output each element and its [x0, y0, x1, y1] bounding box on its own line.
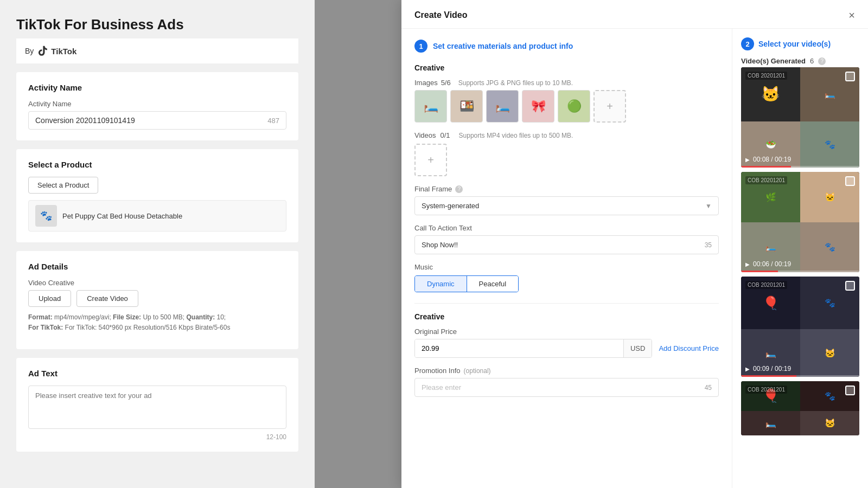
video-label-2: COB 20201201	[745, 176, 787, 184]
videos-label: Videos	[414, 131, 436, 139]
cta-label: Call To Action Text	[414, 224, 719, 232]
video-thumb-grid-1: 🐱 🛏️ 🥗 🐾	[741, 67, 859, 168]
cta-char-count: 35	[705, 241, 712, 249]
video-card-4[interactable]: 🎈 🐾 🛏️ 🐱 COB 20201201	[741, 381, 859, 435]
activity-name-input[interactable]: Conversion 20201109101419 487	[28, 111, 286, 130]
video-label-4: COB 20201201	[745, 386, 787, 394]
price-field: USD	[414, 339, 652, 358]
modal-close-button[interactable]: ×	[848, 10, 855, 21]
quantity-value: 10;	[216, 313, 226, 321]
video-card-2[interactable]: 🌿 🐱 🛏️ 🐾 ▶ 00:06 / 00:19 COB 20201201	[741, 172, 859, 272]
ad-text-card: Ad Text 12-100	[16, 358, 298, 452]
play-icon-2: ▶	[745, 261, 750, 267]
step2-badge: 2	[741, 37, 754, 50]
videos-generated-count: 6	[810, 57, 814, 65]
original-price-field: Original Price USD Add Discount Price	[414, 328, 719, 358]
img-thumb-3[interactable]: 🛏️	[486, 90, 519, 123]
img-thumb-5[interactable]: 🟢	[558, 90, 590, 123]
video-bg-1: 🐱 🛏️ 🥗 🐾 ▶ 00:08 / 00:19 COB 20201201	[741, 67, 859, 168]
creative-section2-title: Creative	[414, 312, 719, 321]
img-thumb-1[interactable]: 🛏️	[414, 90, 447, 123]
product-item: 🐾 Pet Puppy Cat Bed House Detachable	[28, 200, 286, 232]
videos-count: 0/1	[441, 131, 450, 139]
music-peaceful-button[interactable]: Peaceful	[467, 276, 519, 292]
format-label: Format:	[28, 313, 53, 321]
video-card-1[interactable]: 🐱 🛏️ 🥗 🐾 ▶ 00:08 / 00:19 COB 20201201	[741, 67, 859, 168]
video-cell-4d: 🐱	[800, 411, 859, 436]
video-progress-2	[741, 271, 859, 272]
videos-generated-header: Video(s) Generated 6 ?	[741, 57, 859, 65]
modal-title: Create Video	[414, 10, 468, 20]
ad-details-title: Ad Details	[28, 262, 286, 271]
activity-name-card-title: Activity Name	[28, 83, 286, 92]
videos-note: Supports MP4 video files up to 500 MB.	[459, 132, 573, 139]
upload-button[interactable]: Upload	[28, 290, 71, 307]
select-product-button[interactable]: Select a Product	[28, 177, 98, 194]
modal-body: 1 Set creative materials and product inf…	[401, 29, 868, 488]
add-discount-link[interactable]: Add Discount Price	[659, 344, 719, 352]
video-checkbox-3[interactable]	[845, 281, 855, 291]
tiktok-brand-name: TikTok	[51, 47, 76, 56]
by-label: By	[25, 47, 34, 55]
video-thumb-grid-3: 🎈 🐾 🛏️ 🐱	[741, 277, 859, 377]
tiktok-spec-value: For TikTok: 540*960 px Resolution/516 Kb…	[65, 324, 231, 331]
by-tiktok-bar: By TikTok	[16, 38, 298, 63]
video-label-1: COB 20201201	[745, 72, 787, 80]
img-thumb-4[interactable]: 🎀	[522, 90, 554, 123]
creative-section-title: Creative	[414, 63, 719, 72]
video-label-3: COB 20201201	[745, 281, 787, 289]
format-info: Format: mp4/mov/mpeg/avi; File Size: Up …	[28, 312, 286, 333]
img-thumb-2[interactable]: 🍱	[450, 90, 483, 123]
promotion-optional-label: (optional)	[464, 367, 491, 375]
format-value: mp4/mov/mpeg/avi;	[54, 313, 113, 321]
cta-value: Shop Now!!	[422, 241, 458, 249]
images-row: Images 5/6 Supports JPG & PNG files up t…	[414, 79, 719, 87]
cta-input[interactable]: Shop Now!! 35	[414, 235, 719, 254]
create-video-button[interactable]: Create Video	[76, 290, 138, 307]
ad-text-input[interactable]	[28, 386, 286, 429]
final-frame-dropdown[interactable]: System-generated ▼	[414, 196, 719, 215]
step2-header: 2 Select your video(s)	[741, 37, 859, 50]
activity-name-card: Activity Name Activity Name Conversion 2…	[16, 72, 298, 140]
video-card-3[interactable]: 🎈 🐾 🛏️ 🐱 ▶ 00:09 / 00:19 COB 20201201	[741, 277, 859, 377]
video-checkbox-2[interactable]	[845, 176, 855, 186]
modal-right-content: 2 Select your video(s) Video(s) Generate…	[732, 29, 868, 488]
video-thumb-grid-2: 🌿 🐱 🛏️ 🐾	[741, 172, 859, 272]
ad-text-char-hint: 12-100	[28, 433, 286, 441]
music-label: Music	[414, 263, 719, 271]
step1-header: 1 Set creative materials and product inf…	[414, 40, 719, 53]
images-count: 5/6	[441, 79, 451, 87]
video-bg-4: 🎈 🐾 🛏️ 🐱 COB 20201201	[741, 381, 859, 435]
video-bg-2: 🌿 🐱 🛏️ 🐾 ▶ 00:06 / 00:19 COB 20201201	[741, 172, 859, 272]
music-options: Dynamic Peaceful	[414, 275, 519, 292]
video-cell-1d: 🐾	[800, 121, 859, 168]
video-duration-1: ▶ 00:08 / 00:19	[745, 156, 791, 163]
video-progress-3	[741, 375, 859, 377]
left-panel: TikTok For Business Ads By TikTok Activi…	[0, 0, 315, 488]
modal-header: Create Video ×	[401, 0, 868, 29]
price-input[interactable]	[415, 339, 623, 357]
video-checkbox-4[interactable]	[845, 386, 855, 395]
promotion-input[interactable]: Please enter 45	[414, 378, 719, 397]
duration-value-2: 00:06 / 00:19	[753, 260, 791, 268]
video-bg-3: 🎈 🐾 🛏️ 🐱 ▶ 00:09 / 00:19 COB 20201201	[741, 277, 859, 377]
filesize-label: File Size:	[113, 313, 141, 321]
video-checkbox-1[interactable]	[845, 72, 855, 81]
final-frame-help-icon[interactable]: ?	[455, 185, 463, 193]
cta-field-row: Call To Action Text Shop Now!! 35	[414, 224, 719, 254]
upload-buttons: Upload Create Video	[28, 290, 286, 307]
currency-label: USD	[623, 339, 652, 357]
activity-name-value: Conversion 20201109101419	[35, 116, 135, 125]
video-progress-fill-3	[741, 375, 796, 377]
chevron-down-icon: ▼	[705, 202, 712, 210]
video-progress-1	[741, 166, 859, 168]
music-dynamic-button[interactable]: Dynamic	[415, 276, 467, 292]
videos-generated-label: Video(s) Generated	[741, 57, 806, 65]
add-video-button[interactable]: +	[414, 144, 447, 176]
add-image-button[interactable]: +	[593, 90, 626, 123]
creative-section-2: Creative Original Price USD Add Discount…	[414, 303, 719, 397]
promotion-info-label: Promotion Info (optional)	[414, 367, 719, 375]
videos-generated-help-icon[interactable]: ?	[818, 57, 826, 65]
quantity-label: Quantity:	[186, 313, 215, 321]
product-thumbnail: 🐾	[35, 205, 57, 227]
